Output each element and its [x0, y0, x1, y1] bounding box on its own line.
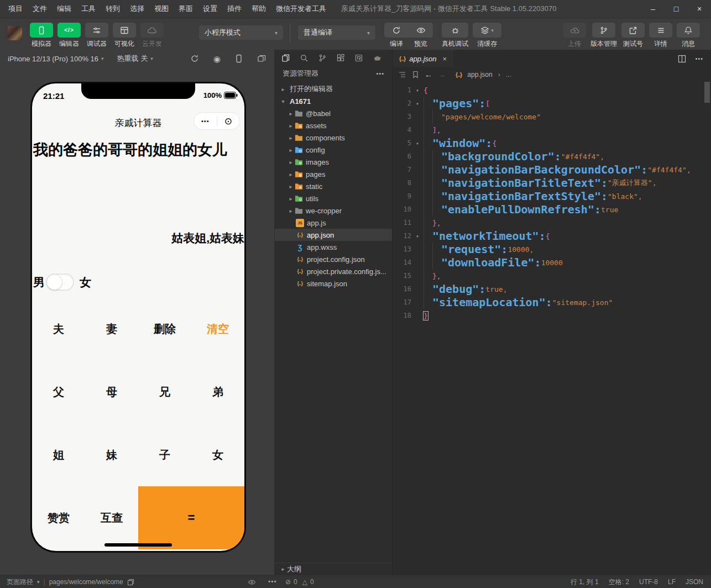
files-icon[interactable] [281, 54, 290, 62]
teapot-icon[interactable] [373, 54, 382, 62]
menu-settings[interactable]: 设置 [198, 0, 222, 18]
tree-open-editors[interactable]: ▸ 打开的编辑器 [275, 83, 392, 95]
tree-folder-babel[interactable]: ▸ @babel [275, 107, 392, 119]
key-daughter[interactable]: 女 [191, 423, 244, 486]
close-mini-program-button[interactable]: ⊙ [217, 117, 240, 126]
tree-file-project-private-config[interactable]: {..} project.private.config.js... [275, 265, 392, 277]
key-donate[interactable]: 赞赏 [32, 486, 85, 549]
language-mode[interactable]: JSON [686, 578, 703, 586]
fold-icon[interactable]: ▾ [411, 233, 424, 239]
visualizer-toggle-button[interactable]: 可视化 [113, 23, 136, 49]
clear-cache-button[interactable]: ▾ 清缓存 [473, 23, 501, 49]
extensions-icon[interactable] [336, 54, 345, 62]
device-select[interactable]: iPhone 12/13 (Pro) 100% 16 ▾ [8, 55, 104, 63]
key-mother[interactable]: 母 [85, 360, 138, 423]
indent-setting[interactable]: 空格: 2 [609, 578, 629, 587]
tree-folder-images[interactable]: ▸ images [275, 156, 392, 168]
menu-tools[interactable]: 工具 [76, 0, 101, 18]
mode-select[interactable]: 小程序模式 ▾ [199, 25, 283, 40]
forward-arrow-icon[interactable]: → [438, 70, 446, 79]
key-son[interactable]: 子 [138, 423, 191, 486]
key-father[interactable]: 父 [32, 360, 85, 423]
page-path-dropdown[interactable]: 页面路径 [7, 578, 33, 587]
user-avatar[interactable] [8, 26, 22, 40]
close-button[interactable]: × [688, 0, 711, 18]
upload-button[interactable]: 上传 [563, 23, 586, 49]
split-editor-icon[interactable] [678, 55, 686, 63]
messages-button[interactable]: 消息 [677, 23, 700, 49]
compile-mode-select[interactable]: 普通编译 ▾ [298, 25, 375, 40]
hot-reload-select[interactable]: 热重载 关 ▾ [117, 54, 153, 64]
back-arrow-icon[interactable]: ← [425, 70, 432, 79]
preview-button[interactable] [409, 23, 433, 38]
eye-icon[interactable] [248, 579, 256, 586]
menu-goto[interactable]: 转到 [101, 0, 125, 18]
tree-folder-components[interactable]: ▸ components [275, 132, 392, 144]
device-debug-button[interactable]: 真机调试 [442, 23, 468, 49]
key-delete[interactable]: 删除 [138, 297, 191, 360]
menu-edit[interactable]: 编辑 [52, 0, 76, 18]
menu-plugins[interactable]: 插件 [222, 0, 247, 18]
tab-app-json[interactable]: {..} app.json × [393, 50, 453, 67]
eol-setting[interactable]: LF [668, 578, 676, 586]
key-husband[interactable]: 夫 [32, 297, 85, 360]
tree-file-sitemap[interactable]: {..} sitemap.json [275, 277, 392, 290]
key-equals[interactable]: = [138, 486, 244, 549]
debugger-toggle-button[interactable]: 调试器 [85, 23, 108, 49]
key-wife[interactable]: 妻 [85, 297, 138, 360]
key-elder-brother[interactable]: 兄 [138, 360, 191, 423]
problems-indicator[interactable]: ⊘ 0 △ 0 [285, 575, 314, 588]
multi-window-icon[interactable] [257, 54, 266, 63]
tree-folder-config[interactable]: ▸ config [275, 144, 392, 156]
npm-panel-icon[interactable] [354, 54, 363, 62]
tree-folder-pages[interactable]: ▸ pages [275, 168, 392, 180]
test-account-button[interactable]: 测试号 [621, 23, 645, 49]
more-menu-button[interactable]: ••• [194, 118, 217, 124]
tree-folder-utils[interactable]: ▸ utils [275, 192, 392, 204]
cloud-dev-button[interactable]: 云开发 [140, 23, 164, 49]
tree-folder-assets[interactable]: ▸ assets [275, 119, 392, 132]
device-frame-icon[interactable] [235, 54, 243, 63]
menu-help[interactable]: 帮助 [247, 0, 271, 18]
outline-section[interactable]: ▸ 大纲 [275, 563, 392, 575]
fold-icon[interactable]: ▾ [411, 140, 424, 146]
encoding-setting[interactable]: UTF-8 [639, 578, 658, 586]
close-tab-icon[interactable]: × [443, 55, 447, 63]
details-button[interactable]: 详情 [649, 23, 672, 49]
key-younger-sister[interactable]: 妹 [85, 423, 138, 486]
statusbar-more[interactable]: ••• [268, 578, 277, 586]
compile-button[interactable] [384, 23, 409, 38]
search-icon[interactable] [300, 54, 309, 62]
rotate-icon[interactable] [190, 54, 199, 63]
breadcrumb-more[interactable]: ... [506, 71, 511, 78]
record-icon[interactable]: ◉ [213, 55, 221, 63]
cursor-position[interactable]: 行 1, 列 1 [571, 578, 599, 587]
menu-project[interactable]: 项目 [3, 0, 28, 18]
tree-file-app-json[interactable]: {..} app.json [275, 229, 392, 241]
key-younger-brother[interactable]: 弟 [191, 360, 244, 423]
minimize-button[interactable]: – [641, 0, 665, 18]
menu-view[interactable]: 视图 [149, 0, 174, 18]
breadcrumb-file[interactable]: app.json [467, 71, 492, 78]
menu-interface[interactable]: 界面 [174, 0, 198, 18]
menu-file[interactable]: 文件 [28, 0, 52, 18]
editor-toggle-button[interactable]: </> 编辑器 [57, 23, 81, 49]
maximize-button[interactable]: □ [665, 0, 688, 18]
source-control-icon[interactable] [318, 54, 327, 62]
fold-icon[interactable]: ▾ [411, 101, 424, 107]
key-elder-sister[interactable]: 姐 [32, 423, 85, 486]
key-clear[interactable]: 清空 [191, 297, 244, 360]
simulator-toggle-button[interactable]: 模拟器 [30, 23, 53, 49]
code-area[interactable]: 1▾{ 2▾"pages": [ 3"pages/welcome/welcome… [393, 82, 711, 322]
tree-project-root[interactable]: ▾ A1671 [275, 95, 392, 107]
menu-select[interactable]: 选择 [125, 0, 149, 18]
key-mutual-lookup[interactable]: 互查 [85, 486, 138, 549]
gender-toggle[interactable] [46, 274, 74, 291]
tree-folder-we-cropper[interactable]: ▸ we-cropper [275, 204, 392, 217]
tree-file-project-config[interactable]: {..} project.config.json [275, 253, 392, 265]
tree-file-app-wxss[interactable]: Ʒ app.wxss [275, 241, 392, 253]
outline-list-icon[interactable] [398, 71, 406, 78]
fold-icon[interactable]: ▾ [411, 87, 424, 93]
tree-folder-static[interactable]: ▸ static [275, 180, 392, 192]
bookmark-icon[interactable] [412, 71, 419, 78]
